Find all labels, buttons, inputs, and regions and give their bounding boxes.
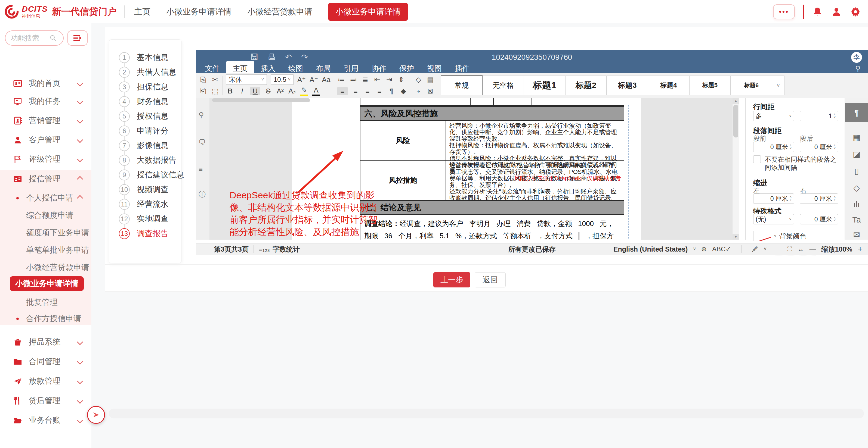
step-item-2[interactable]: 2共借人信息 <box>109 66 181 78</box>
text-art-icon[interactable]: Ta <box>845 215 868 225</box>
step-item-3[interactable]: 3担保信息 <box>109 81 181 93</box>
format-painter-icon[interactable]: ⍆ <box>414 87 423 95</box>
shading-icon[interactable]: ◆ <box>399 87 407 95</box>
sidebar-item-contracts[interactable]: 合同管理 <box>0 353 91 370</box>
line-spacing-stepper[interactable]: 1˄˅ <box>800 111 838 121</box>
more-tabs-badge[interactable]: ••• <box>773 4 795 19</box>
comments-icon[interactable]: 🗨 <box>198 138 206 146</box>
sidebar-item-post-loan[interactable]: 贷后管理 <box>0 392 91 409</box>
line-spacing-icon[interactable]: ⇕ <box>397 75 405 84</box>
sidebar-item-approval-mgmt[interactable]: 批复管理 <box>0 294 91 311</box>
bullet-list-icon[interactable]: ≔ <box>337 75 345 84</box>
clear-format-icon[interactable]: ◇ <box>414 75 423 84</box>
special-format-select[interactable]: (无)˅ <box>753 214 794 225</box>
indent-left-stepper[interactable]: 0 厘米˄˅ <box>753 194 794 204</box>
background-color-swatch[interactable] <box>753 231 771 241</box>
sidebar-item-ledger[interactable]: 业务台账 <box>0 412 91 429</box>
sidebar-item-partner-credit[interactable]: 合作方授信申请 <box>0 310 91 328</box>
bold-icon[interactable]: B <box>226 87 234 95</box>
italic-icon[interactable]: I <box>238 87 246 95</box>
find-icon[interactable]: ⚲ <box>198 111 204 119</box>
highlight-color-icon[interactable]: ✎ <box>300 86 308 96</box>
vertical-scrollbar[interactable]: ▲ ▼ <box>733 98 739 240</box>
paste-icon[interactable]: ⎘ <box>199 75 207 84</box>
step-item-13-current[interactable]: 13调查报告 <box>109 228 181 240</box>
step-item-5[interactable]: 5授权信息 <box>109 110 181 122</box>
scroll-down-icon[interactable]: ▼ <box>733 234 739 240</box>
step-item-9[interactable]: 9授信建议信息 <box>109 169 181 181</box>
sidebar-item-quota-business[interactable]: 额度项下业务申请 <box>0 224 91 242</box>
menu-collapse-button[interactable] <box>67 30 88 46</box>
back-button[interactable]: 返回 <box>475 272 506 287</box>
numbered-list-icon[interactable]: ≕ <box>349 75 358 84</box>
sidebar-item-micro-detail-active[interactable]: 小微业务申请详情 <box>10 276 84 291</box>
paragraph-marks-icon[interactable]: ¶ <box>388 87 396 95</box>
cut-icon[interactable]: ✂ <box>211 75 219 84</box>
style-heading1[interactable]: 标题1 <box>524 75 565 95</box>
align-left-icon[interactable]: ≡ <box>337 87 348 95</box>
font-color-icon[interactable]: A <box>312 86 320 96</box>
mail-merge-icon[interactable]: ✉ <box>845 230 868 239</box>
image-settings-icon[interactable]: ◪ <box>845 149 868 159</box>
spacing-after-stepper[interactable]: 0 厘米˄˅ <box>800 142 838 152</box>
notification-bell-icon[interactable] <box>812 6 823 17</box>
settings-gear-icon[interactable] <box>850 6 861 17</box>
sidebar-item-customers[interactable]: 客户管理 <box>0 131 91 149</box>
conclusion-paragraph[interactable]: 调查结论：经调查，建议为客户李明月办理消费贷款，金额1000元，期限36个月，利… <box>360 215 624 240</box>
style-heading2[interactable]: 标题2 <box>565 75 607 95</box>
style-no-spacing[interactable]: 无空格 <box>483 75 524 95</box>
style-heading6[interactable]: 标题6 <box>731 75 772 95</box>
nav-tab-loan-apply[interactable]: 小微经营贷款申请 <box>247 6 313 18</box>
step-item-12[interactable]: 12实地调查 <box>109 213 181 225</box>
navigation-outline-icon[interactable]: ≡ <box>198 165 203 174</box>
background-color-row[interactable]: ˅ 背景颜色 <box>753 231 806 241</box>
subscript-icon[interactable]: A₂ <box>288 87 296 95</box>
grow-font-icon[interactable]: A⁺ <box>297 75 306 84</box>
step-item-7[interactable]: 7影像信息 <box>109 140 181 151</box>
checkbox[interactable] <box>753 156 761 163</box>
nav-tab-detail-1[interactable]: 小微业务申请详情 <box>166 6 231 18</box>
step-item-10[interactable]: 10视频调查 <box>109 184 181 196</box>
step-item-8[interactable]: 8大数据报告 <box>109 154 181 166</box>
strikethrough-icon[interactable]: S <box>264 87 272 95</box>
special-format-stepper[interactable]: 0 厘米˄˅ <box>800 214 838 225</box>
select-icon[interactable]: ⬚ <box>211 87 219 95</box>
spacing-before-stepper[interactable]: 0 厘米˄˅ <box>753 142 794 152</box>
brand-logo[interactable]: DCITS 神州信息 新一代信贷门户 <box>4 4 117 20</box>
style-heading3[interactable]: 标题3 <box>607 75 648 95</box>
style-heading4[interactable]: 标题4 <box>648 75 689 95</box>
header-footer-icon[interactable]: ▯ <box>845 166 868 176</box>
style-gallery-expand-icon[interactable]: ˅ <box>772 75 784 95</box>
nav-tab-detail-active[interactable]: 小微业务申请详情 <box>328 3 408 21</box>
sidebar-item-my-tasks[interactable]: 我的任务 <box>0 93 91 110</box>
scroll-up-icon[interactable]: ▲ <box>733 98 739 104</box>
sidebar-item-personal-credit[interactable]: 个人授信申请 <box>0 189 91 207</box>
font-size-select[interactable]: 10.5˅ <box>271 74 293 85</box>
line-spacing-select[interactable]: 多˅ <box>753 111 794 121</box>
copy-icon[interactable]: ⎗ <box>199 87 207 95</box>
underline-icon[interactable]: U <box>250 87 260 95</box>
multilevel-list-icon[interactable]: ≣ <box>361 75 369 84</box>
nav-tab-home[interactable]: 主页 <box>134 6 150 18</box>
no-space-between-row[interactable]: 不要在相同样式的段落之间添加间隔 <box>753 156 838 172</box>
justify-icon[interactable]: ≡ <box>375 87 383 95</box>
change-case-icon[interactable]: Aa <box>322 75 331 84</box>
sidebar-item-comprehensive-quota[interactable]: 综合额度申请 <box>0 207 91 224</box>
sidebar-item-collateral[interactable]: 押品系统 <box>0 333 91 351</box>
avatar[interactable]: 李 <box>851 52 862 63</box>
step-item-4[interactable]: 4财务信息 <box>109 96 181 108</box>
style-normal[interactable]: 常规 <box>441 75 483 95</box>
sidebar-item-single-batch[interactable]: 单笔单批业务申请 <box>0 242 91 259</box>
vertical-scrollbar-thumb[interactable] <box>733 105 738 137</box>
sidebar-item-micro-loan-apply[interactable]: 小微经营贷款申请 <box>0 259 91 276</box>
step-item-6[interactable]: 6申请评分 <box>109 125 181 137</box>
step-item-11[interactable]: 11经营流水 <box>109 198 181 210</box>
search-input[interactable] <box>10 34 50 43</box>
sidebar-item-my-home[interactable]: 我的首页 <box>0 75 91 92</box>
font-name-select[interactable]: 宋体˅ <box>226 74 267 85</box>
align-right-icon[interactable]: ≡ <box>364 87 372 95</box>
increase-indent-icon[interactable]: ⇥ <box>385 75 393 84</box>
frame-icon[interactable]: ⊠ <box>426 87 434 95</box>
superscript-icon[interactable]: A² <box>276 87 284 95</box>
function-search-box[interactable] <box>5 30 64 46</box>
